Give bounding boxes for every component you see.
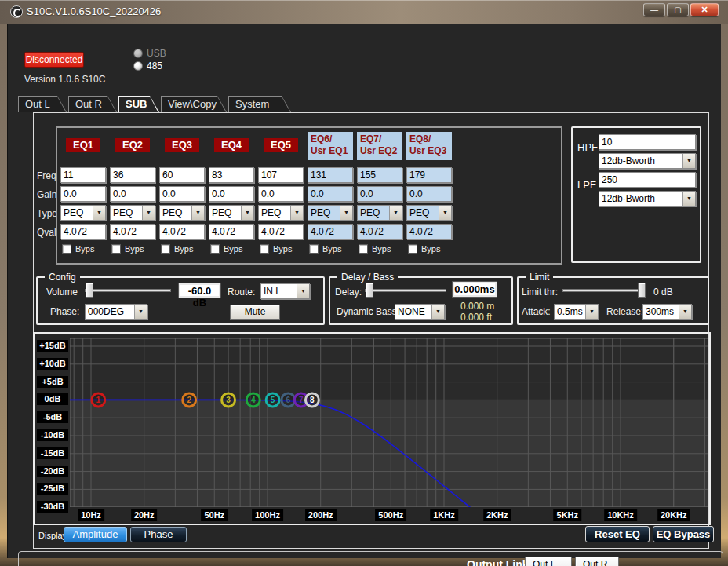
x-axis-label: 10Hz [78, 509, 104, 521]
lpf-type-dropdown[interactable]: 12db-Bworth ▼ [599, 191, 696, 206]
eq-type-dropdown[interactable]: PEQ▼ [159, 205, 205, 221]
eq-type-dropdown[interactable]: PEQ▼ [308, 205, 353, 221]
eq-marker-1[interactable]: 1 [92, 393, 105, 407]
amplitude-button[interactable]: Amplitude [64, 527, 127, 542]
eq-gain-input[interactable]: 0.0 [159, 186, 205, 202]
delay-slider[interactable] [365, 283, 446, 298]
eq-bypass-checkbox[interactable] [210, 244, 220, 254]
eq-bypass-checkbox[interactable] [62, 244, 71, 254]
release-dropdown[interactable]: 300ms ▼ [642, 304, 692, 320]
eq-freq-input[interactable]: 11 [60, 167, 106, 183]
eq-freq-input[interactable]: 36 [110, 167, 155, 183]
eq-type-dropdown[interactable]: PEQ▼ [209, 205, 254, 221]
tab-system[interactable]: System [228, 96, 291, 112]
eq-freq-input[interactable]: 155 [357, 167, 402, 183]
eq-gain-input[interactable]: 0.0 [308, 186, 353, 202]
eq-qval-input[interactable]: 4.072 [159, 224, 205, 239]
dropdown-arrow-icon[interactable]: ▼ [389, 206, 402, 220]
eq-header: EQ3 [165, 138, 199, 152]
dropdown-arrow-icon[interactable]: ▼ [682, 192, 695, 206]
eq-freq-input[interactable]: 107 [258, 167, 304, 183]
dropdown-arrow-icon[interactable]: ▼ [340, 206, 352, 220]
eq-gain-input[interactable]: 0.0 [209, 186, 254, 202]
amplitude-response-plot[interactable]: 12345678 [70, 338, 708, 507]
phase-button[interactable]: Phase [130, 527, 187, 542]
dropdown-arrow-icon[interactable]: ▼ [679, 305, 691, 319]
attack-dropdown[interactable]: 0.5ms ▼ [554, 304, 599, 320]
minimize-button[interactable]: — [643, 3, 665, 16]
lpf-freq-input[interactable]: 250 [599, 172, 696, 188]
eq-bypass-checkbox[interactable] [111, 244, 121, 254]
output-link-out-l-button[interactable]: Out L [525, 557, 572, 566]
dropdown-arrow-icon[interactable]: ▼ [431, 305, 444, 319]
tab-out-r[interactable]: Out R [68, 96, 117, 112]
eq-freq-input[interactable]: 131 [308, 167, 353, 183]
eq-bypass-button[interactable]: EQ Bypass [653, 526, 714, 542]
tab-out-l[interactable]: Out L [18, 96, 67, 112]
eq-qval-input[interactable]: 4.072 [258, 224, 304, 239]
eq-gain-input[interactable]: 0.0 [357, 186, 402, 202]
dropdown-arrow-icon[interactable]: ▼ [241, 206, 253, 220]
dropdown-arrow-icon[interactable]: ▼ [134, 305, 147, 319]
mute-button[interactable]: Mute [230, 305, 280, 320]
volume-slider-thumb[interactable] [86, 283, 93, 298]
eq-marker-6[interactable]: 6 [282, 393, 295, 407]
usb-radio[interactable] [133, 49, 143, 58]
eq-bypass-checkbox[interactable] [161, 244, 170, 254]
eq-marker-4[interactable]: 4 [246, 393, 260, 407]
eq-qval-input[interactable]: 4.072 [209, 224, 254, 239]
485-radio[interactable] [133, 61, 143, 71]
eq-qval-input[interactable]: 4.072 [60, 224, 106, 239]
dropdown-arrow-icon[interactable]: ▼ [682, 154, 695, 168]
eq-freq-input[interactable]: 179 [406, 167, 452, 183]
eq-bypass-checkbox[interactable] [260, 244, 269, 254]
title-bar[interactable]: S10C.V1.0.6S10C_20220426 — ▢ ✕ [0, 0, 728, 24]
eq-qval-input[interactable]: 4.072 [110, 224, 155, 239]
dynamic-bass-dropdown[interactable]: NONE ▼ [395, 304, 445, 320]
connection-status-button[interactable]: Disconnected [24, 52, 84, 68]
eq-qval-input[interactable]: 4.072 [308, 224, 353, 239]
dropdown-arrow-icon[interactable]: ▼ [290, 206, 303, 220]
eq-marker-8[interactable]: 8 [305, 393, 318, 407]
eq-gain-input[interactable]: 0.0 [110, 186, 155, 202]
app-icon [10, 5, 23, 18]
limit-thr-slider[interactable] [562, 283, 646, 298]
eq-gain-input[interactable]: 0.0 [258, 186, 304, 202]
dropdown-arrow-icon[interactable]: ▼ [585, 305, 598, 319]
volume-slider[interactable] [85, 283, 171, 298]
maximize-button[interactable]: ▢ [667, 3, 689, 16]
dropdown-arrow-icon[interactable]: ▼ [439, 206, 451, 220]
dropdown-arrow-icon[interactable]: ▼ [142, 206, 155, 220]
hpf-type-dropdown[interactable]: 12db-Bworth ▼ [599, 153, 696, 169]
route-dropdown[interactable]: IN L ▼ [260, 283, 310, 299]
eq-qval-input[interactable]: 4.072 [357, 224, 402, 239]
dropdown-arrow-icon[interactable]: ▼ [191, 206, 204, 220]
output-link-out-r-button[interactable]: Out R [575, 557, 619, 566]
eq-bypass-checkbox[interactable] [309, 244, 318, 254]
eq-bypass-checkbox[interactable] [408, 244, 417, 254]
eq-qval-input[interactable]: 4.072 [406, 224, 452, 239]
delay-slider-thumb[interactable] [366, 283, 373, 298]
eq-type-dropdown[interactable]: PEQ▼ [258, 205, 304, 221]
eq-type-dropdown[interactable]: PEQ▼ [406, 205, 452, 221]
eq-type-dropdown[interactable]: PEQ▼ [357, 205, 402, 221]
phase-dropdown[interactable]: 000DEG ▼ [85, 304, 147, 320]
eq-freq-input[interactable]: 83 [209, 167, 254, 183]
tab-view-copy[interactable]: View\Copy [161, 96, 227, 112]
eq-type-dropdown[interactable]: PEQ▼ [60, 205, 106, 221]
eq-gain-input[interactable]: 0.0 [406, 186, 452, 202]
dropdown-arrow-icon[interactable]: ▼ [93, 206, 105, 220]
eq-marker-3[interactable]: 3 [222, 393, 235, 407]
eq-marker-2[interactable]: 2 [183, 393, 196, 407]
eq-gain-input[interactable]: 0.0 [60, 186, 106, 202]
close-button[interactable]: ✕ [690, 3, 719, 16]
eq-marker-5[interactable]: 5 [266, 393, 279, 407]
eq-freq-input[interactable]: 60 [159, 167, 205, 183]
hpf-freq-input[interactable]: 10 [599, 134, 696, 150]
limit-thr-slider-thumb[interactable] [638, 283, 646, 298]
eq-bypass-checkbox[interactable] [359, 244, 368, 254]
tab-sub[interactable]: SUB [118, 96, 159, 112]
eq-type-dropdown[interactable]: PEQ▼ [110, 205, 155, 221]
dropdown-arrow-icon[interactable]: ▼ [297, 284, 309, 298]
reset-eq-button[interactable]: Reset EQ [585, 526, 650, 542]
